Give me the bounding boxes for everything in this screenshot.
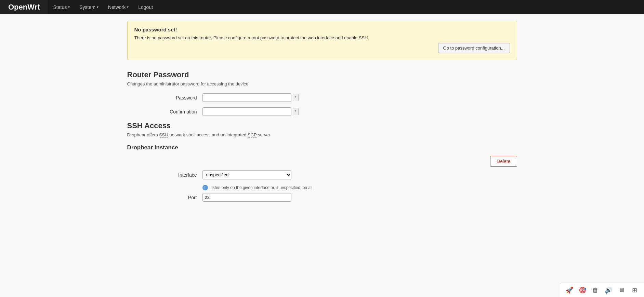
warning-banner: No password set! There is no password se… bbox=[127, 21, 517, 60]
password-input[interactable] bbox=[202, 93, 291, 102]
navbar: OpenWrt Status ▾ System ▾ Network ▾ Logo… bbox=[0, 0, 644, 14]
confirmation-row: Confirmation * bbox=[127, 107, 517, 116]
info-icon: i bbox=[202, 185, 208, 190]
chevron-down-icon: ▾ bbox=[127, 5, 129, 9]
confirmation-input-wrap: * bbox=[202, 107, 299, 116]
confirmation-required-star: * bbox=[293, 108, 299, 115]
port-input-wrap bbox=[202, 193, 291, 202]
nav-item-network[interactable]: Network ▾ bbox=[103, 0, 133, 14]
port-label: Port bbox=[127, 195, 202, 200]
router-password-title: Router Password bbox=[127, 70, 517, 79]
nav-item-system[interactable]: System ▾ bbox=[75, 0, 103, 14]
interface-row: Interface unspecified loopback lan wan bbox=[127, 170, 517, 179]
ssh-access-title: SSH Access bbox=[127, 121, 517, 130]
port-row: Port bbox=[127, 193, 517, 202]
chevron-down-icon: ▾ bbox=[97, 5, 98, 9]
main-content: No password set! There is no password se… bbox=[120, 14, 524, 214]
ssh-access-section: SSH Access Dropbear offers SSH network s… bbox=[127, 121, 517, 202]
password-required-star: * bbox=[293, 94, 299, 101]
interface-label: Interface bbox=[127, 172, 202, 178]
ssh-access-desc: Dropbear offers SSH network shell access… bbox=[127, 132, 517, 137]
nav-item-status[interactable]: Status ▾ bbox=[48, 0, 75, 14]
brand-logo: OpenWrt bbox=[0, 0, 48, 14]
confirmation-label: Confirmation bbox=[127, 109, 202, 114]
port-input[interactable] bbox=[202, 193, 291, 202]
password-label: Password bbox=[127, 95, 202, 100]
dropbear-instance-title: Dropbear Instance bbox=[127, 144, 517, 151]
router-password-section: Router Password Changes the administrato… bbox=[127, 70, 517, 116]
password-row: Password * bbox=[127, 93, 517, 102]
chevron-down-icon: ▾ bbox=[68, 5, 70, 9]
warning-message: There is no password set on this router.… bbox=[134, 35, 510, 40]
interface-select[interactable]: unspecified loopback lan wan bbox=[202, 170, 291, 179]
interface-select-wrap: unspecified loopback lan wan bbox=[202, 170, 291, 179]
password-input-wrap: * bbox=[202, 93, 299, 102]
warning-title: No password set! bbox=[134, 27, 510, 32]
delete-button[interactable]: Delete bbox=[490, 156, 517, 167]
nav-items: Status ▾ System ▾ Network ▾ Logout bbox=[48, 0, 158, 14]
interface-hint: i Listen only on the given interface or,… bbox=[202, 185, 517, 190]
router-password-desc: Changes the administrator password for a… bbox=[127, 81, 517, 86]
confirmation-input[interactable] bbox=[202, 107, 291, 116]
nav-item-logout[interactable]: Logout bbox=[133, 0, 158, 14]
go-to-password-config-button[interactable]: Go to password configuration... bbox=[438, 43, 510, 53]
